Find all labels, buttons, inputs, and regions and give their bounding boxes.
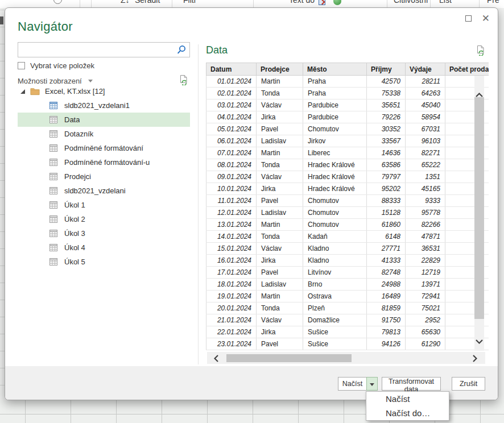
excel-ribbon-strip: Z↓ Seřadit Filtr Text do Citlivostní Lis… [0, 0, 504, 8]
table-row: 19.01.2024MartinOstrava1648972941 [206, 291, 489, 302]
scroll-right-icon[interactable] [473, 354, 477, 364]
expand-collapse-icon[interactable] [20, 89, 25, 94]
table-cell: 61290 [406, 338, 445, 350]
ribbon-divider [172, 0, 172, 8]
menu-item-na-st-do[interactable]: Načíst do… [366, 406, 449, 420]
sheet-icon [49, 172, 59, 181]
column-header-prodejce: Prodejce [257, 63, 303, 76]
table-cell: 82748 [367, 267, 406, 279]
vertical-scrollbar[interactable] [474, 76, 484, 351]
table-row: 10.01.2024JirkaHradec Králové9520245165 [206, 183, 489, 195]
table-row: 16.01.2024JirkaKladno4133322829 [206, 255, 489, 267]
table-cell: 24988 [367, 279, 406, 291]
tree-item-kol-3[interactable]: Úkol 3 [18, 226, 190, 240]
table-cell: 30352 [367, 123, 406, 135]
horizontal-scrollbar[interactable] [207, 352, 485, 364]
search-icon[interactable] [176, 45, 187, 57]
table-cell: 20.01.2024 [206, 302, 257, 314]
horizontal-scrollbar-thumb[interactable] [226, 354, 352, 362]
load-dropdown-button[interactable] [366, 377, 378, 391]
table-cell: 95778 [406, 207, 445, 219]
table-cell: 10.01.2024 [206, 183, 257, 195]
close-button[interactable]: ✕ [482, 14, 490, 23]
table-row: 03.01.2024VáclavPardubice3565145040 [206, 99, 489, 111]
navigator-dialog: ✕ Navigátor Vybrat více položek Možnosti… [5, 7, 498, 400]
table-cell: 94126 [367, 338, 406, 350]
pane-divider [198, 44, 199, 364]
transform-data-button[interactable]: Transformovat data [382, 377, 441, 391]
table-cell: Sušice [303, 326, 367, 338]
column-header-po-et-prodan: Počet prodan [445, 63, 489, 76]
table-cell: Praha [303, 76, 367, 88]
table-cell: 82271 [406, 147, 445, 159]
scroll-down-icon[interactable] [476, 336, 483, 346]
ribbon-label-seradit: Seřadit [135, 0, 160, 5]
load-menu: NačístNačíst do… [366, 391, 449, 421]
table-cell: 88333 [367, 195, 406, 207]
table-cell: Ladislav [257, 207, 303, 219]
excel-edge-notch [0, 16, 3, 24]
tree-item-kol-4[interactable]: Úkol 4 [18, 240, 190, 255]
table-cell: 45165 [406, 183, 445, 195]
table-cell: Kladno [303, 255, 367, 267]
tree-item-label: Úkol 4 [64, 243, 85, 252]
tree-item-label: Úkol 2 [64, 215, 85, 223]
table-cell: Jirka [257, 326, 303, 338]
table-cell: 06.01.2024 [206, 135, 257, 147]
table-cell: Martin [257, 219, 303, 231]
table-cell: 08.01.2024 [206, 159, 257, 171]
table-cell: 82266 [406, 219, 445, 231]
chevron-down-icon [370, 383, 374, 386]
cancel-button[interactable]: Zrušit [452, 377, 485, 391]
data-preview-table-wrap: DatumProdejceMěstoPříjmyVýdajePočet prod… [206, 63, 489, 350]
table-row: 12.01.2024LadislavChomutov1512895778 [206, 207, 489, 219]
table-cell: Martin [257, 147, 303, 159]
tree-item-podm-n-n-form-tov-n[interactable]: Podmíněné formátování [18, 141, 190, 155]
table-cell: 02.01.2024 [206, 88, 257, 99]
table-row: 05.01.2024PavelChomutov3035267031 [206, 123, 489, 135]
table-row: 06.01.2024LadislavJirkov3356796103 [206, 135, 489, 147]
table-cell: Hradec Králové [303, 159, 367, 171]
table-row: 07.01.2024MartinLiberec1463682271 [206, 147, 489, 159]
tree-item-label: Úkol 5 [64, 258, 85, 266]
tree-item-kol-1[interactable]: Úkol 1 [18, 198, 190, 212]
ribbon-label-list: List [439, 0, 452, 5]
table-cell: 65630 [406, 326, 445, 338]
table-cell: 64263 [406, 88, 445, 99]
table-row: 13.01.2024MartinChomutov6186082266 [206, 219, 489, 231]
load-button[interactable]: Načíst [338, 377, 367, 391]
multi-select-checkbox[interactable] [18, 62, 25, 69]
table-cell: 6148 [367, 231, 406, 243]
table-cell: 01.01.2024 [206, 76, 257, 88]
tree-item-podm-n-n-form-tov-n-u[interactable]: Podmíněné formátování-u [18, 155, 190, 169]
tree-item-data[interactable]: Data [18, 113, 190, 127]
maximize-button[interactable] [465, 15, 472, 22]
table-cell: 9333 [406, 195, 445, 207]
search-input[interactable] [18, 43, 173, 57]
tree-item-kol-2[interactable]: Úkol 2 [18, 212, 190, 226]
vertical-scrollbar-thumb[interactable] [474, 97, 484, 319]
table-row: 14.01.2024TondaKadaň614847871 [206, 231, 489, 243]
tree-item-sldb2021-vzdelani[interactable]: sldb2021_vzdelani [18, 184, 190, 198]
refresh-preview-icon[interactable] [476, 45, 486, 58]
data-preview-table: DatumProdejceMěstoPříjmyVýdajePočet prod… [206, 63, 489, 350]
tree-root-excel-kt-xlsx[interactable]: Excel, KT.xlsx [12] [18, 84, 190, 98]
table-cell: Hradec Králové [303, 171, 367, 183]
tree-item-kol-5[interactable]: Úkol 5 [18, 255, 190, 269]
table-cell: Pavel [257, 123, 303, 135]
tree-item-label: sldb2021_vzdelani [64, 186, 126, 195]
scroll-left-icon[interactable] [214, 354, 218, 364]
tree-item-sldb2021-vzdelani1[interactable]: sldb2021_vzdelani1 [18, 98, 190, 113]
table-cell: Pavel [257, 195, 303, 207]
table-cell: Liberec [303, 147, 367, 159]
table-cell: 72941 [406, 291, 445, 302]
table-cell: 16.01.2024 [206, 255, 257, 267]
ribbon-label-filtr: Filtr [183, 0, 196, 5]
menu-item-na-st[interactable]: Načíst [366, 392, 449, 406]
tree-item-dotazn-k[interactable]: Dotazník [18, 127, 190, 141]
ribbon-divider [80, 0, 80, 8]
tree-item-prodejci[interactable]: Prodejci [18, 169, 190, 184]
column-header-datum: Datum [206, 63, 257, 76]
ribbon-label-citlivostni: Citlivostní [394, 0, 428, 5]
table-cell: Tonda [257, 159, 303, 171]
